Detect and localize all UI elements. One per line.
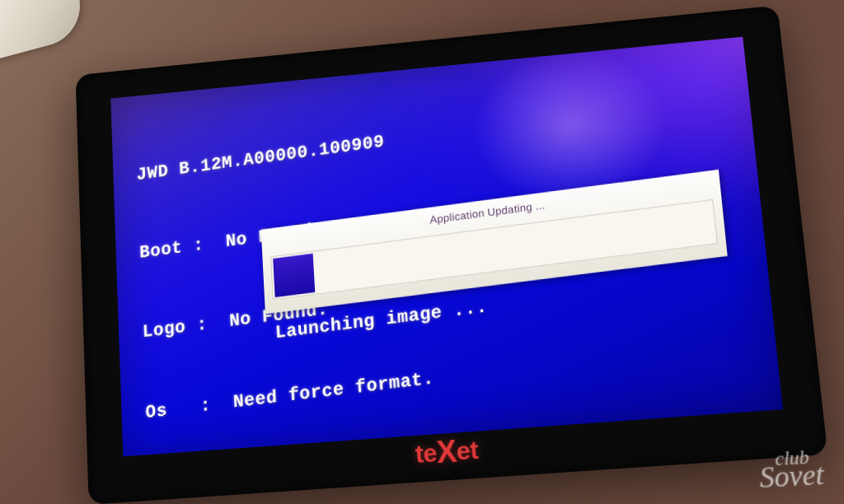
logo-label: Logo : xyxy=(142,315,208,343)
device-brand-logo: teXet xyxy=(414,432,479,473)
updating-value: Uptdating Image... xyxy=(225,453,429,457)
image-watermark: club Sovet xyxy=(758,449,824,489)
brand-text-pre: te xyxy=(415,438,438,468)
os-label: Os : xyxy=(145,395,212,424)
brand-text-x: X xyxy=(435,434,457,471)
os-value: Need force format. xyxy=(232,368,434,413)
brand-text-post: et xyxy=(455,436,479,465)
progress-bar-fill xyxy=(273,254,315,297)
os-status-line: Os : Need force format. xyxy=(145,354,527,427)
boot-label: Boot : xyxy=(139,235,204,263)
background-object xyxy=(0,0,89,62)
watermark-line-2: Sovet xyxy=(759,464,824,489)
firmware-version-line: JWD B.12M.A00000.100909 xyxy=(136,112,507,189)
device-screen: JWD B.12M.A00000.100909 Boot : No Found.… xyxy=(110,37,783,457)
tablet-device-frame: JWD B.12M.A00000.100909 Boot : No Found.… xyxy=(76,5,828,504)
